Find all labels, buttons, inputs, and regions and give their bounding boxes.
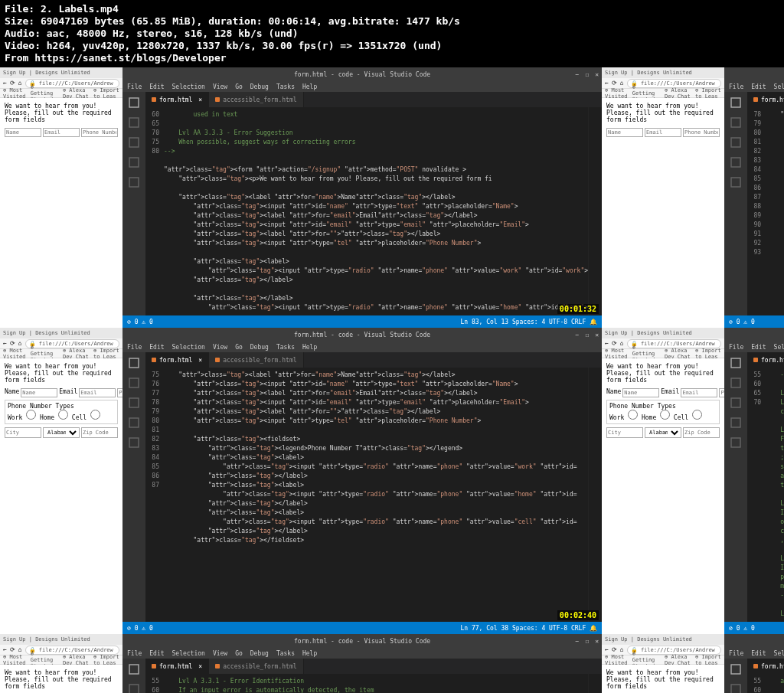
code-editor[interactable]: 55 60 65 66 70 any operation the keyboar… — [747, 674, 784, 693]
menu-item[interactable]: File — [127, 344, 142, 351]
menu-item[interactable]: Help — [302, 83, 317, 90]
menu-item[interactable]: Selection — [774, 650, 784, 657]
close-icon[interactable]: ✕ — [595, 638, 599, 645]
menu-item[interactable]: Selection — [172, 83, 205, 90]
status-right[interactable]: Ln 77, Col 38 Spaces: 4 UTF-8 CRLF 🔔 — [460, 625, 597, 632]
debug-icon[interactable] — [128, 417, 140, 429]
menu-item[interactable]: View — [213, 650, 227, 657]
status-left[interactable]: ⊘ 0 ⚠ 0 — [729, 625, 755, 632]
tab-form[interactable]: form.html× — [747, 92, 784, 107]
menu-item[interactable]: File — [127, 83, 142, 90]
reload-icon[interactable]: ⟳ — [612, 80, 617, 87]
search-icon[interactable] — [128, 683, 140, 693]
menu-item[interactable]: Selection — [172, 344, 205, 351]
minimap[interactable] — [588, 368, 602, 622]
menu-item[interactable]: View — [213, 83, 227, 90]
debug-icon[interactable] — [730, 156, 742, 168]
maximize-icon[interactable]: ☐ — [585, 71, 589, 78]
explorer-icon[interactable] — [128, 357, 140, 369]
extensions-icon[interactable] — [128, 436, 140, 449]
back-icon[interactable]: ← — [3, 80, 7, 87]
tab-form[interactable]: form.html× — [747, 352, 784, 368]
menu-item[interactable]: Debug — [250, 650, 269, 657]
explorer-icon[interactable] — [730, 96, 742, 109]
browser-tab[interactable]: Sign Up | Designs Unlimited — [602, 328, 724, 338]
home-icon[interactable]: ⌂ — [620, 80, 624, 87]
menu-item[interactable]: File — [127, 650, 142, 657]
maximize-icon[interactable]: ☐ — [585, 638, 589, 645]
menu-item[interactable]: Selection — [774, 83, 784, 90]
menu-item[interactable]: File — [729, 83, 743, 90]
menu-item[interactable]: View — [213, 344, 227, 351]
home-icon[interactable]: ⌂ — [18, 340, 22, 347]
reload-icon[interactable]: ⟳ — [612, 340, 617, 347]
back-icon[interactable]: ← — [605, 80, 609, 87]
code-editor[interactable]: 55 60 65 70 71 72 73 74 75 76 77 78 Lvl … — [145, 674, 602, 693]
menu-item[interactable]: Selection — [172, 650, 205, 657]
menu-item[interactable]: Debug — [250, 83, 269, 90]
explorer-icon[interactable] — [128, 663, 140, 675]
explorer-icon[interactable] — [730, 663, 742, 675]
code-editor[interactable]: 55 60 65 70 - applies to images and vide… — [747, 368, 784, 622]
phone-input[interactable] — [81, 128, 118, 137]
menu-item[interactable]: Edit — [149, 344, 164, 351]
reload-icon[interactable]: ⟳ — [10, 80, 15, 87]
back-icon[interactable]: ← — [605, 340, 609, 347]
extensions-icon[interactable] — [128, 176, 140, 188]
menu-item[interactable]: Edit — [751, 344, 766, 351]
search-icon[interactable] — [128, 116, 140, 129]
menu-item[interactable]: Edit — [751, 83, 766, 90]
debug-icon[interactable] — [730, 417, 742, 429]
name-input[interactable] — [5, 128, 41, 137]
minimize-icon[interactable]: − — [576, 332, 580, 338]
back-icon[interactable]: ← — [3, 646, 7, 653]
tab-accessible[interactable]: accessible_form.html — [209, 92, 303, 107]
minimize-icon[interactable]: − — [576, 71, 580, 78]
menu-item[interactable]: Edit — [149, 83, 164, 90]
code-editor[interactable]: 75 76 77 78 79 80 81 82 83 84 85 86 87 "… — [145, 368, 602, 622]
search-icon[interactable] — [730, 377, 742, 389]
menu-item[interactable]: Edit — [149, 650, 164, 657]
home-icon[interactable]: ⌂ — [620, 646, 624, 653]
menu-item[interactable]: File — [729, 650, 743, 657]
extensions-icon[interactable] — [730, 176, 742, 188]
menu-item[interactable]: Tasks — [276, 650, 295, 657]
minimap[interactable] — [588, 107, 602, 315]
tab-form[interactable]: form.html× — [145, 92, 209, 107]
browser-tab[interactable]: Sign Up | Designs Unlimited — [0, 67, 122, 78]
status-left[interactable]: ⊘ 0 ⚠ 0 — [127, 625, 153, 632]
menu-item[interactable]: File — [729, 344, 743, 351]
browser-tab[interactable]: Sign Up | Designs Unlimited — [602, 67, 724, 78]
home-icon[interactable]: ⌂ — [18, 80, 22, 87]
tab-form[interactable]: form.html× — [747, 659, 784, 674]
git-icon[interactable] — [730, 136, 742, 149]
explorer-icon[interactable] — [128, 96, 140, 109]
debug-icon[interactable] — [128, 156, 140, 168]
tab-form[interactable]: form.html× — [145, 352, 209, 368]
menu-item[interactable]: Go — [235, 344, 243, 351]
minimap[interactable] — [588, 674, 602, 693]
explorer-icon[interactable] — [730, 357, 742, 369]
menu-item[interactable]: Debug — [250, 344, 269, 351]
reload-icon[interactable]: ⟳ — [10, 646, 15, 653]
maximize-icon[interactable]: ☐ — [585, 332, 589, 338]
menu-item[interactable]: Go — [235, 650, 243, 657]
status-right[interactable]: Ln 83, Col 13 Spaces: 4 UTF-8 CRLF 🔔 — [460, 319, 597, 325]
menu-item[interactable]: Tasks — [276, 83, 295, 90]
search-icon[interactable] — [730, 116, 742, 129]
minimize-icon[interactable]: − — [576, 638, 580, 645]
back-icon[interactable]: ← — [605, 646, 609, 653]
menu-item[interactable]: Go — [235, 83, 243, 90]
status-left[interactable]: ⊘ 0 ⚠ 0 — [729, 319, 755, 325]
code-editor[interactable]: 60 65 70 75 80 used in text Lvl AA 3.3.3… — [145, 107, 602, 315]
browser-tab[interactable]: Sign Up | Designs Unlimited — [0, 634, 122, 645]
back-icon[interactable]: ← — [3, 340, 7, 347]
tab-form[interactable]: form.html× — [145, 659, 209, 674]
search-icon[interactable] — [128, 377, 140, 389]
email-input[interactable] — [645, 128, 681, 137]
phone-input[interactable] — [683, 128, 720, 137]
git-icon[interactable] — [730, 397, 742, 409]
reload-icon[interactable]: ⟳ — [10, 340, 15, 347]
git-icon[interactable] — [128, 136, 140, 149]
browser-tab[interactable]: Sign Up | Designs Unlimited — [0, 328, 122, 338]
